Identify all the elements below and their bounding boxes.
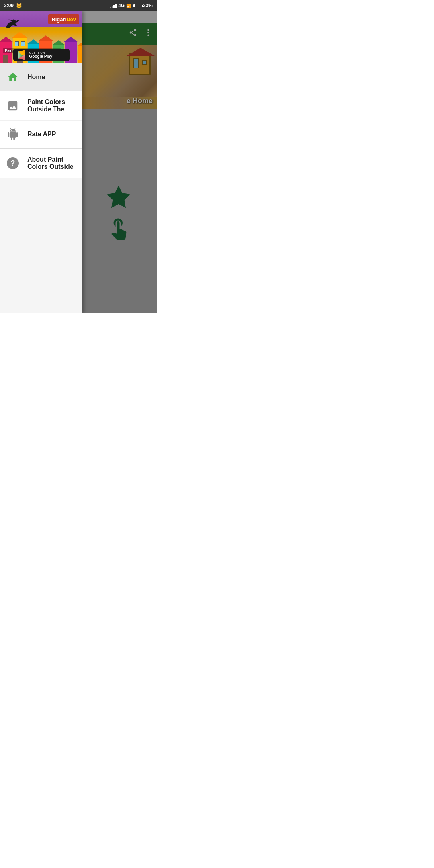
drawer-menu: Home Paint Colors Outside The Rate xyxy=(0,63,82,313)
drawer-overlay: Paint Colors Outside The Home RigariDev xyxy=(0,11,157,313)
wifi-signal-icon: 📶 xyxy=(126,4,131,8)
nav-drawer: Paint Colors Outside The Home RigariDev xyxy=(0,11,82,313)
wifi-icon: 🐱 xyxy=(16,3,22,8)
home-label: Home xyxy=(27,74,45,81)
gallery-icon xyxy=(6,99,19,112)
about-label: About Paint Colors Outside xyxy=(27,156,76,170)
question-mark-icon: ? xyxy=(7,157,19,169)
home-icon xyxy=(6,71,19,84)
brand-badge: RigariDev xyxy=(48,14,79,24)
play-store-icon xyxy=(17,50,27,60)
battery-label: 23% xyxy=(143,3,153,8)
time-display: 2:09 xyxy=(4,3,14,8)
google-play-badge[interactable]: GET IT ON Google Play xyxy=(13,49,70,61)
drawer-scrim[interactable] xyxy=(82,11,157,313)
google-play-label: Google Play xyxy=(29,54,53,59)
status-left: 2:09 🐱 xyxy=(4,3,22,8)
android-icon xyxy=(6,128,19,141)
menu-item-paint-colors[interactable]: Paint Colors Outside The xyxy=(0,91,82,121)
play-text-area: GET IT ON Google Play xyxy=(29,51,53,59)
signal-icon xyxy=(110,3,117,8)
network-label: 4G xyxy=(118,3,125,8)
battery-icon xyxy=(133,4,141,8)
menu-item-about[interactable]: ? About Paint Colors Outside xyxy=(0,149,82,178)
status-bar: 2:09 🐱 4G 📶 23% xyxy=(0,0,157,11)
get-it-on-label: GET IT ON xyxy=(29,51,53,54)
drawer-header: Paint Colors Outside The Home RigariDev xyxy=(0,11,82,63)
status-right: 4G 📶 23% xyxy=(110,3,153,8)
about-icon: ? xyxy=(6,157,19,170)
menu-item-home[interactable]: Home xyxy=(0,63,82,91)
rate-app-label: Rate APP xyxy=(27,131,56,138)
menu-item-rate-app[interactable]: Rate APP xyxy=(0,121,82,148)
paint-colors-label: Paint Colors Outside The xyxy=(27,98,76,113)
app-logo xyxy=(4,17,20,34)
brand-text: RigariDev xyxy=(51,16,76,23)
